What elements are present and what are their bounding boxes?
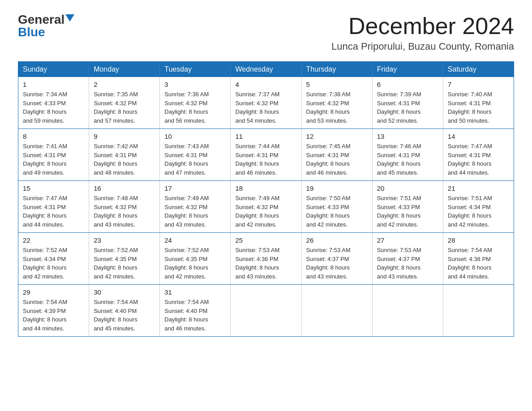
calendar-cell <box>231 285 301 337</box>
page-header: General Blue December 2024 Lunca Priporu… <box>18 13 514 52</box>
col-header-tuesday: Tuesday <box>160 62 231 77</box>
calendar-cell: 27Sunrise: 7:53 AMSunset: 4:37 PMDayligh… <box>372 233 443 285</box>
calendar-cell: 28Sunrise: 7:54 AMSunset: 4:38 PMDayligh… <box>443 233 514 285</box>
day-info: Sunrise: 7:46 AMSunset: 4:31 PMDaylight:… <box>377 142 438 177</box>
day-info: Sunrise: 7:54 AMSunset: 4:39 PMDaylight:… <box>23 298 84 333</box>
day-number: 5 <box>306 81 368 88</box>
day-number: 24 <box>164 236 226 244</box>
calendar-week-row: 8Sunrise: 7:41 AMSunset: 4:31 PMDaylight… <box>18 129 514 181</box>
day-info: Sunrise: 7:53 AMSunset: 4:37 PMDaylight:… <box>377 246 438 281</box>
calendar-cell: 1Sunrise: 7:34 AMSunset: 4:33 PMDaylight… <box>18 77 89 129</box>
day-number: 25 <box>235 236 296 244</box>
calendar-cell: 17Sunrise: 7:49 AMSunset: 4:32 PMDayligh… <box>160 181 231 233</box>
day-number: 15 <box>23 184 84 192</box>
day-number: 31 <box>164 288 226 296</box>
calendar-table: SundayMondayTuesdayWednesdayThursdayFrid… <box>18 61 514 337</box>
day-info: Sunrise: 7:54 AMSunset: 4:40 PMDaylight:… <box>164 298 226 333</box>
day-info: Sunrise: 7:49 AMSunset: 4:32 PMDaylight:… <box>164 194 226 229</box>
day-number: 9 <box>94 133 155 140</box>
calendar-cell: 4Sunrise: 7:37 AMSunset: 4:32 PMDaylight… <box>231 77 301 129</box>
day-number: 11 <box>235 133 296 140</box>
day-info: Sunrise: 7:54 AMSunset: 4:40 PMDaylight:… <box>94 298 155 333</box>
calendar-week-row: 29Sunrise: 7:54 AMSunset: 4:39 PMDayligh… <box>18 285 514 337</box>
day-info: Sunrise: 7:34 AMSunset: 4:33 PMDaylight:… <box>23 90 84 125</box>
calendar-cell: 18Sunrise: 7:49 AMSunset: 4:32 PMDayligh… <box>231 181 301 233</box>
day-number: 4 <box>235 81 296 88</box>
day-number: 26 <box>306 236 368 244</box>
calendar-cell: 31Sunrise: 7:54 AMSunset: 4:40 PMDayligh… <box>160 285 231 337</box>
day-number: 20 <box>377 184 438 192</box>
col-header-sunday: Sunday <box>18 62 89 77</box>
day-number: 27 <box>377 236 438 244</box>
day-info: Sunrise: 7:37 AMSunset: 4:32 PMDaylight:… <box>235 90 296 125</box>
day-number: 10 <box>164 133 226 140</box>
calendar-cell: 29Sunrise: 7:54 AMSunset: 4:39 PMDayligh… <box>18 285 89 337</box>
calendar-cell: 8Sunrise: 7:41 AMSunset: 4:31 PMDaylight… <box>18 129 89 181</box>
col-header-monday: Monday <box>89 62 160 77</box>
day-info: Sunrise: 7:54 AMSunset: 4:38 PMDaylight:… <box>448 246 509 281</box>
day-info: Sunrise: 7:48 AMSunset: 4:32 PMDaylight:… <box>94 194 155 229</box>
calendar-cell: 25Sunrise: 7:53 AMSunset: 4:36 PMDayligh… <box>231 233 301 285</box>
calendar-cell <box>301 285 372 337</box>
day-number: 21 <box>448 184 509 192</box>
day-info: Sunrise: 7:45 AMSunset: 4:31 PMDaylight:… <box>306 142 368 177</box>
day-number: 8 <box>23 133 84 140</box>
calendar-cell: 21Sunrise: 7:51 AMSunset: 4:34 PMDayligh… <box>443 181 514 233</box>
calendar-week-row: 22Sunrise: 7:52 AMSunset: 4:34 PMDayligh… <box>18 233 514 285</box>
day-info: Sunrise: 7:49 AMSunset: 4:32 PMDaylight:… <box>235 194 296 229</box>
calendar-week-row: 1Sunrise: 7:34 AMSunset: 4:33 PMDaylight… <box>18 77 514 129</box>
day-info: Sunrise: 7:44 AMSunset: 4:31 PMDaylight:… <box>235 142 296 177</box>
calendar-cell: 26Sunrise: 7:53 AMSunset: 4:37 PMDayligh… <box>301 233 372 285</box>
day-number: 30 <box>94 288 155 296</box>
calendar-cell: 22Sunrise: 7:52 AMSunset: 4:34 PMDayligh… <box>18 233 89 285</box>
day-info: Sunrise: 7:47 AMSunset: 4:31 PMDaylight:… <box>448 142 509 177</box>
day-number: 28 <box>448 236 509 244</box>
calendar-cell <box>443 285 514 337</box>
day-info: Sunrise: 7:52 AMSunset: 4:35 PMDaylight:… <box>164 246 226 281</box>
day-number: 13 <box>377 133 438 140</box>
calendar-cell: 30Sunrise: 7:54 AMSunset: 4:40 PMDayligh… <box>89 285 160 337</box>
calendar-cell: 7Sunrise: 7:40 AMSunset: 4:31 PMDaylight… <box>443 77 514 129</box>
day-info: Sunrise: 7:39 AMSunset: 4:31 PMDaylight:… <box>377 90 438 125</box>
calendar-cell: 16Sunrise: 7:48 AMSunset: 4:32 PMDayligh… <box>89 181 160 233</box>
day-number: 6 <box>377 81 438 88</box>
day-info: Sunrise: 7:51 AMSunset: 4:33 PMDaylight:… <box>377 194 438 229</box>
day-info: Sunrise: 7:53 AMSunset: 4:36 PMDaylight:… <box>235 246 296 281</box>
calendar-cell: 15Sunrise: 7:47 AMSunset: 4:31 PMDayligh… <box>18 181 89 233</box>
day-number: 7 <box>448 81 509 88</box>
calendar-cell: 13Sunrise: 7:46 AMSunset: 4:31 PMDayligh… <box>372 129 443 181</box>
day-info: Sunrise: 7:38 AMSunset: 4:32 PMDaylight:… <box>306 90 368 125</box>
col-header-saturday: Saturday <box>443 62 514 77</box>
title-area: December 2024 Lunca Priporului, Buzau Co… <box>331 13 514 52</box>
day-info: Sunrise: 7:51 AMSunset: 4:34 PMDaylight:… <box>448 194 509 229</box>
day-number: 3 <box>164 81 226 88</box>
calendar-cell: 23Sunrise: 7:52 AMSunset: 4:35 PMDayligh… <box>89 233 160 285</box>
location-title: Lunca Priporului, Buzau County, Romania <box>331 41 514 52</box>
day-info: Sunrise: 7:40 AMSunset: 4:31 PMDaylight:… <box>448 90 509 125</box>
day-number: 18 <box>235 184 296 192</box>
day-info: Sunrise: 7:52 AMSunset: 4:35 PMDaylight:… <box>94 246 155 281</box>
logo-blue-text: Blue <box>18 26 74 39</box>
col-header-wednesday: Wednesday <box>231 62 301 77</box>
day-info: Sunrise: 7:42 AMSunset: 4:31 PMDaylight:… <box>94 142 155 177</box>
calendar-cell: 14Sunrise: 7:47 AMSunset: 4:31 PMDayligh… <box>443 129 514 181</box>
logo: General Blue <box>18 13 74 39</box>
calendar-cell: 10Sunrise: 7:43 AMSunset: 4:31 PMDayligh… <box>160 129 231 181</box>
calendar-cell: 6Sunrise: 7:39 AMSunset: 4:31 PMDaylight… <box>372 77 443 129</box>
calendar-header-row: SundayMondayTuesdayWednesdayThursdayFrid… <box>18 62 514 77</box>
day-number: 22 <box>23 236 84 244</box>
calendar-cell: 24Sunrise: 7:52 AMSunset: 4:35 PMDayligh… <box>160 233 231 285</box>
day-info: Sunrise: 7:53 AMSunset: 4:37 PMDaylight:… <box>306 246 368 281</box>
calendar-week-row: 15Sunrise: 7:47 AMSunset: 4:31 PMDayligh… <box>18 181 514 233</box>
day-number: 2 <box>94 81 155 88</box>
col-header-friday: Friday <box>372 62 443 77</box>
day-info: Sunrise: 7:41 AMSunset: 4:31 PMDaylight:… <box>23 142 84 177</box>
calendar-cell: 11Sunrise: 7:44 AMSunset: 4:31 PMDayligh… <box>231 129 301 181</box>
calendar-cell: 12Sunrise: 7:45 AMSunset: 4:31 PMDayligh… <box>301 129 372 181</box>
calendar-cell: 9Sunrise: 7:42 AMSunset: 4:31 PMDaylight… <box>89 129 160 181</box>
day-info: Sunrise: 7:35 AMSunset: 4:32 PMDaylight:… <box>94 90 155 125</box>
calendar-cell: 20Sunrise: 7:51 AMSunset: 4:33 PMDayligh… <box>372 181 443 233</box>
day-number: 29 <box>23 288 84 296</box>
calendar-cell <box>372 285 443 337</box>
day-number: 17 <box>164 184 226 192</box>
